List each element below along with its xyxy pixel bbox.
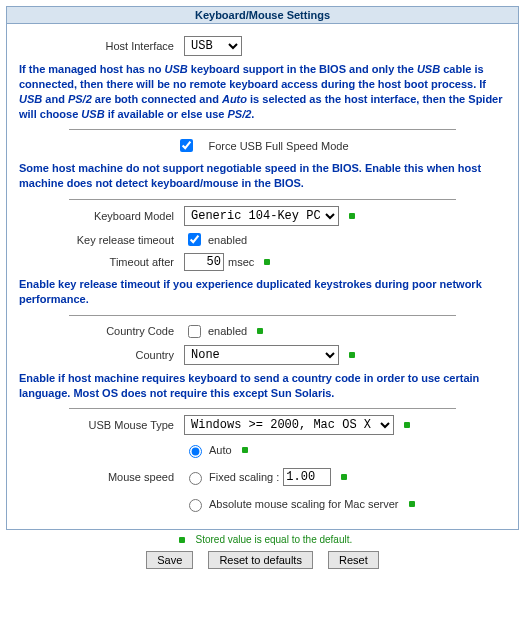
- divider: [69, 199, 456, 200]
- key-release-enabled-text: enabled: [208, 234, 247, 246]
- legend-row: Stored value is equal to the default.: [6, 534, 519, 545]
- default-indicator: [264, 259, 270, 265]
- default-indicator: [257, 328, 263, 334]
- mouse-speed-auto-label: Auto: [209, 444, 232, 456]
- mouse-speed-abs-radio[interactable]: [189, 499, 202, 512]
- country-help: Enable if host machine requires keyboard…: [19, 371, 506, 401]
- panel-content: Host Interface USB If the managed host h…: [7, 24, 518, 529]
- legend-text: Stored value is equal to the default.: [196, 534, 353, 545]
- default-indicator: [349, 213, 355, 219]
- save-button[interactable]: Save: [146, 551, 193, 569]
- country-code-enabled-text: enabled: [208, 325, 247, 337]
- country-label: Country: [19, 349, 184, 361]
- divider: [69, 129, 456, 130]
- divider: [69, 315, 456, 316]
- host-interface-label: Host Interface: [19, 40, 184, 52]
- keyboard-model-select[interactable]: Generic 104-Key PC: [184, 206, 339, 226]
- divider: [69, 408, 456, 409]
- mouse-speed-fixed-radio[interactable]: [189, 472, 202, 485]
- default-indicator: [404, 422, 410, 428]
- country-select[interactable]: None: [184, 345, 339, 365]
- reset-defaults-button[interactable]: Reset to defaults: [208, 551, 313, 569]
- reset-button[interactable]: Reset: [328, 551, 379, 569]
- key-release-label: Key release timeout: [19, 234, 184, 246]
- panel-title: Keyboard/Mouse Settings: [7, 7, 518, 24]
- host-interface-help: If the managed host has no USB keyboard …: [19, 62, 506, 121]
- button-row: Save Reset to defaults Reset: [6, 551, 519, 569]
- default-indicator: [341, 474, 347, 480]
- timeout-input[interactable]: [184, 253, 224, 271]
- mouse-speed-fixed-input[interactable]: [283, 468, 331, 486]
- mouse-type-select[interactable]: Windows >= 2000, Mac OS X: [184, 415, 394, 435]
- key-release-help: Enable key release timeout if you experi…: [19, 277, 506, 307]
- country-code-checkbox[interactable]: [188, 325, 201, 338]
- key-release-checkbox[interactable]: [188, 233, 201, 246]
- mouse-speed-abs-label: Absolute mouse scaling for Mac server: [209, 498, 399, 510]
- force-usb-checkbox[interactable]: [180, 139, 193, 152]
- settings-panel: Keyboard/Mouse Settings Host Interface U…: [6, 6, 519, 530]
- default-indicator: [349, 352, 355, 358]
- default-indicator: [179, 537, 185, 543]
- usb-speed-help: Some host machine do not support negotia…: [19, 161, 506, 191]
- default-indicator: [409, 501, 415, 507]
- mouse-speed-auto-radio[interactable]: [189, 445, 202, 458]
- country-code-label: Country Code: [19, 325, 184, 337]
- force-usb-label: Force USB Full Speed Mode: [208, 140, 348, 152]
- keyboard-model-label: Keyboard Model: [19, 210, 184, 222]
- host-interface-select[interactable]: USB: [184, 36, 242, 56]
- timeout-label: Timeout after: [19, 256, 184, 268]
- default-indicator: [242, 447, 248, 453]
- mouse-speed-fixed-label: Fixed scaling :: [209, 471, 279, 483]
- mouse-speed-label: Mouse speed: [19, 471, 184, 483]
- mouse-type-label: USB Mouse Type: [19, 419, 184, 431]
- timeout-unit: msec: [228, 256, 254, 268]
